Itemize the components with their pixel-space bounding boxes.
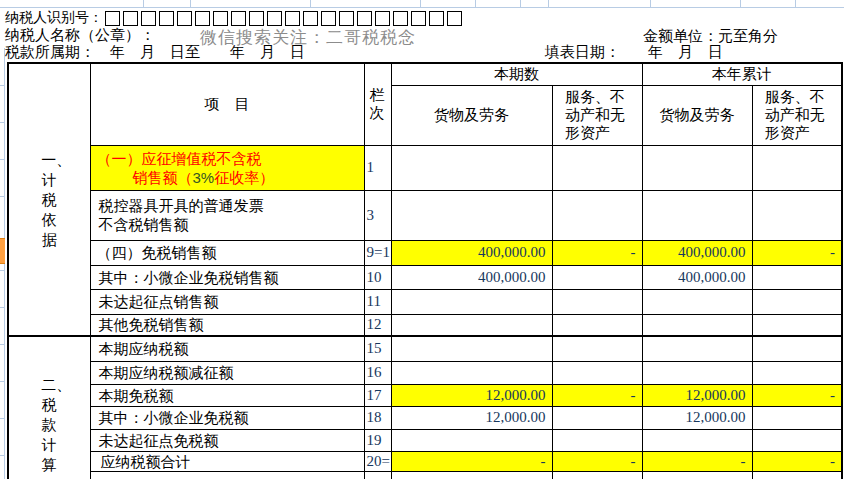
value-cell[interactable]: 400,000.00	[391, 265, 552, 289]
value-cell[interactable]	[391, 429, 552, 451]
value-cell[interactable]: 12,000.00	[391, 384, 552, 406]
row-highlight-mark	[0, 238, 5, 264]
value-cell[interactable]: -	[752, 384, 842, 406]
header-goods-services-current: 货物及劳务	[391, 85, 552, 145]
value-cell[interactable]: -	[391, 451, 552, 471]
value-cell[interactable]	[642, 289, 752, 314]
value-cell[interactable]	[552, 471, 642, 479]
value-cell[interactable]	[391, 190, 552, 240]
value-cell[interactable]	[752, 361, 842, 384]
value-cell[interactable]	[552, 406, 642, 429]
table-row: 其中：小微企业免税销售额 10 400,000.00 400,000.00	[8, 265, 842, 289]
item-cell	[90, 471, 364, 479]
value-cell[interactable]	[552, 429, 642, 451]
line-no-cell: 10	[364, 265, 391, 289]
header-item: 项 目	[90, 63, 364, 145]
fill-date-label: 填表日期：	[545, 43, 620, 62]
value-cell[interactable]: -	[552, 384, 642, 406]
item-cell: 其中：小微企业免税销售额	[90, 265, 364, 289]
section-label-tax-basis: 一、计税依据	[8, 63, 90, 336]
value-cell[interactable]	[552, 289, 642, 314]
id-checkbox[interactable]	[105, 11, 120, 26]
value-cell[interactable]: 12,000.00	[642, 384, 752, 406]
tax-period-label: 税款所属期：	[5, 43, 95, 62]
table-row: 本期免税额 17 12,000.00 - 12,000.00 -	[8, 384, 842, 406]
id-checkbox[interactable]	[267, 11, 282, 26]
value-cell[interactable]	[752, 265, 842, 289]
value-cell[interactable]	[752, 289, 842, 314]
line-no-cell: 1	[364, 145, 391, 190]
value-cell[interactable]	[642, 471, 752, 479]
value-cell[interactable]	[642, 190, 752, 240]
id-checkbox[interactable]	[285, 11, 300, 26]
id-checkbox[interactable]	[411, 11, 426, 26]
value-cell[interactable]	[642, 145, 752, 190]
value-cell[interactable]	[752, 429, 842, 451]
value-cell[interactable]	[752, 145, 842, 190]
value-cell[interactable]: -	[552, 240, 642, 265]
value-cell[interactable]	[642, 314, 752, 336]
id-checkbox[interactable]	[159, 11, 174, 26]
id-checkbox[interactable]	[213, 11, 228, 26]
item-cell: 本期应纳税额减征额	[90, 361, 364, 384]
value-cell[interactable]: 12,000.00	[642, 406, 752, 429]
fill-date-value: 年 月 日	[648, 43, 723, 62]
line-no-cell: 3	[364, 190, 391, 240]
value-cell[interactable]: 400,000.00	[391, 240, 552, 265]
value-cell[interactable]	[642, 429, 752, 451]
id-checkbox[interactable]	[303, 11, 318, 26]
value-cell[interactable]	[391, 471, 552, 479]
value-cell[interactable]	[552, 314, 642, 336]
id-checkbox[interactable]	[231, 11, 246, 26]
id-checkbox[interactable]	[195, 11, 210, 26]
table-row: （四）免税销售额 9=1 400,000.00 - 400,000.00 -	[8, 240, 842, 265]
value-cell[interactable]: -	[642, 451, 752, 471]
value-cell[interactable]	[552, 361, 642, 384]
table-row: 其他免税销售额 12	[8, 314, 842, 336]
id-checkbox[interactable]	[375, 11, 390, 26]
value-cell[interactable]: -	[552, 451, 642, 471]
id-checkbox[interactable]	[177, 11, 192, 26]
table-row: 二、税款计算 本期应纳税额 15	[8, 336, 842, 361]
value-cell[interactable]	[752, 190, 842, 240]
value-cell[interactable]	[642, 336, 752, 361]
value-cell[interactable]	[391, 289, 552, 314]
value-cell[interactable]	[391, 314, 552, 336]
value-cell[interactable]	[552, 190, 642, 240]
header-column-no: 栏次	[364, 63, 391, 145]
line-no-cell: 15	[364, 336, 391, 361]
id-checkbox[interactable]	[393, 11, 408, 26]
value-cell[interactable]	[552, 336, 642, 361]
id-checkbox[interactable]	[321, 11, 336, 26]
id-checkbox[interactable]	[339, 11, 354, 26]
value-cell[interactable]	[391, 361, 552, 384]
value-cell[interactable]	[391, 145, 552, 190]
header-year-to-date: 本年累计	[642, 63, 842, 85]
item-cell: 其他免税销售额	[90, 314, 364, 336]
id-checkbox[interactable]	[447, 11, 462, 26]
value-cell[interactable]: -	[752, 451, 842, 471]
value-cell[interactable]	[642, 361, 752, 384]
table-row: （一）应征增值税不含税 销售额（3%征收率） 1	[8, 145, 842, 190]
id-checkbox[interactable]	[429, 11, 444, 26]
id-checkbox[interactable]	[249, 11, 264, 26]
value-cell[interactable]	[752, 406, 842, 429]
value-cell[interactable]	[391, 336, 552, 361]
id-checkbox[interactable]	[123, 11, 138, 26]
table-row-partial	[8, 471, 842, 479]
value-cell[interactable]	[752, 336, 842, 361]
taxpayer-id-label: 纳税人识别号：	[5, 9, 103, 27]
line-no-cell: 12	[364, 314, 391, 336]
value-cell[interactable]	[552, 265, 642, 289]
value-cell[interactable]	[752, 314, 842, 336]
value-cell[interactable]	[752, 471, 842, 479]
header-goods-services-ytd: 货物及劳务	[642, 85, 752, 145]
value-cell[interactable]: -	[752, 240, 842, 265]
id-checkbox[interactable]	[357, 11, 372, 26]
value-cell[interactable]: 400,000.00	[642, 265, 752, 289]
value-cell[interactable]	[552, 145, 642, 190]
value-cell[interactable]: 400,000.00	[642, 240, 752, 265]
value-cell[interactable]: 12,000.00	[391, 406, 552, 429]
id-checkbox[interactable]	[141, 11, 156, 26]
item-cell: 本期应纳税额	[90, 336, 364, 361]
